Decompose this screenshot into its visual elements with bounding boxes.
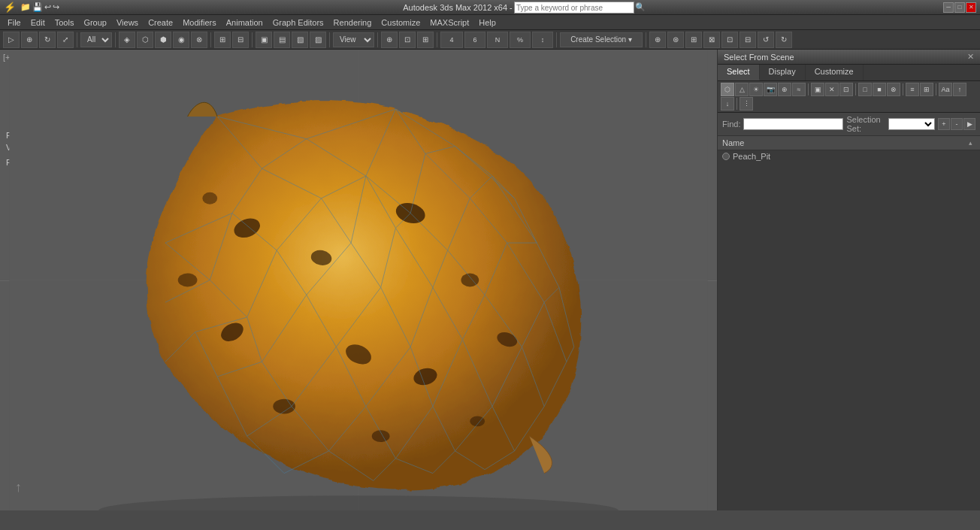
name-column-header: Name — [722, 138, 965, 147]
list-item[interactable]: Peach_Pit — [718, 150, 980, 162]
tab-select[interactable]: Select — [718, 65, 760, 80]
sort-az[interactable]: ↑ — [953, 83, 966, 96]
tb-right1[interactable]: ⊕ — [649, 32, 666, 48]
filter-shapes[interactable]: △ — [735, 83, 749, 96]
undo-icon[interactable]: ↩ — [44, 2, 51, 12]
panel-title: Select From Scene ✕ — [718, 50, 980, 65]
tb-btn4[interactable]: ◉ — [173, 32, 189, 48]
num3[interactable]: N — [487, 32, 508, 48]
filter-helpers[interactable]: ⊕ — [778, 83, 791, 96]
sort-za[interactable]: ↓ — [721, 97, 734, 111]
scale-tool[interactable]: ⤢ — [57, 32, 74, 48]
selection-set-dropdown[interactable] — [888, 118, 935, 130]
tb-btn7[interactable]: ⊟ — [232, 32, 249, 48]
tb-btn1[interactable]: ◈ — [119, 32, 135, 48]
maximize-button[interactable]: □ — [954, 2, 965, 13]
rotate-tool[interactable]: ↻ — [39, 32, 56, 48]
toolbar-main: ▷ ⊕ ↻ ⤢ All ◈ ⬡ ⬢ ◉ ⊗ ⊞ ⊟ ▣ ▤ ▧ ▨ View ⊕… — [0, 30, 980, 50]
filter-lights[interactable]: ☀ — [749, 83, 763, 96]
num2[interactable]: 6 — [464, 32, 485, 48]
hier-view[interactable]: ⊞ — [920, 83, 933, 96]
panel-tabs: Select Display Customize — [718, 65, 980, 81]
create-selection-button[interactable]: Create Selection ▾ — [560, 32, 643, 47]
tb-btn10[interactable]: ▧ — [292, 32, 308, 48]
menu-modifiers[interactable]: Modifiers — [178, 17, 221, 29]
num1[interactable]: 4 — [440, 32, 463, 48]
sep3 — [210, 32, 211, 47]
selset-buttons: + - ▶ — [938, 118, 975, 130]
tb-right6[interactable]: ⊟ — [740, 32, 756, 48]
tb-right3[interactable]: ⊞ — [685, 32, 702, 48]
object-list[interactable]: Peach_Pit — [718, 150, 980, 510]
num4[interactable]: % — [510, 32, 531, 48]
menu-tools[interactable]: Tools — [50, 17, 79, 29]
tb-btn6[interactable]: ⊞ — [214, 32, 231, 48]
view-dropdown[interactable]: View — [333, 32, 374, 47]
find-input[interactable] — [743, 118, 843, 130]
tab-customize[interactable]: Customize — [806, 65, 864, 80]
menu-views[interactable]: Views — [112, 17, 143, 29]
object-icon — [722, 153, 730, 160]
select-tool[interactable]: ▷ — [3, 32, 20, 48]
menu-maxscript[interactable]: MAXScript — [425, 17, 473, 29]
menu-rendering[interactable]: Rendering — [329, 17, 377, 29]
minimize-button[interactable]: ─ — [943, 2, 954, 13]
case-sensitive[interactable]: Aa — [939, 83, 952, 96]
transform-btn2[interactable]: ⊡ — [399, 32, 416, 48]
filter-spacewarps[interactable]: ≈ — [792, 83, 806, 96]
filter-cameras[interactable]: 📷 — [764, 83, 777, 96]
num5[interactable]: ↕ — [532, 32, 553, 48]
redo-icon[interactable]: ↪ — [53, 2, 59, 12]
pt-sep3 — [903, 83, 903, 95]
list-view[interactable]: ≡ — [906, 83, 919, 96]
all-dropdown[interactable]: All — [80, 32, 112, 47]
menu-customize[interactable]: Customize — [377, 17, 425, 29]
tb-right7[interactable]: ↺ — [758, 32, 774, 48]
menu-animation[interactable]: Animation — [222, 17, 268, 29]
tb-btn2[interactable]: ⬡ — [137, 32, 153, 48]
selset-add[interactable]: + — [938, 118, 950, 130]
file-icon[interactable]: 📁 — [20, 2, 31, 12]
tb-btn9[interactable]: ▤ — [274, 32, 290, 48]
filter-bones[interactable]: ⊡ — [839, 83, 853, 96]
tab-display[interactable]: Display — [760, 65, 806, 80]
tb-right2[interactable]: ⊛ — [667, 32, 684, 48]
tb-right8[interactable]: ↻ — [776, 32, 792, 48]
transform-btn3[interactable]: ⊞ — [417, 32, 434, 48]
filter-xrefs[interactable]: ✕ — [825, 83, 839, 96]
selset-remove[interactable]: - — [951, 118, 963, 130]
window-controls: ─ □ ✕ — [943, 2, 976, 13]
search-input[interactable] — [514, 2, 634, 14]
menu-group[interactable]: Group — [79, 17, 111, 29]
tb-right5[interactable]: ⊡ — [721, 32, 738, 48]
display-all[interactable]: ■ — [873, 83, 886, 96]
invert-sel[interactable]: ⊗ — [887, 83, 900, 96]
sep7 — [437, 32, 437, 47]
menu-create[interactable]: Create — [144, 17, 177, 29]
tb-btn11[interactable]: ▨ — [310, 32, 326, 48]
transform-btn1[interactable]: ⊕ — [381, 32, 398, 48]
title-bar: ⚡ 📁 💾 ↩ ↪ Autodesk 3ds Max 2012 x64 - Pe… — [0, 0, 980, 15]
menu-help[interactable]: Help — [474, 17, 501, 29]
sep1 — [77, 32, 77, 47]
panel-close-button[interactable]: ✕ — [967, 52, 974, 62]
menu-graph-editors[interactable]: Graph Editors — [268, 17, 328, 29]
name-sort-button[interactable]: ▴ — [965, 138, 975, 148]
options-btn[interactable]: ⋮ — [740, 97, 753, 111]
filter-geometry[interactable]: ⬡ — [721, 83, 734, 96]
move-tool[interactable]: ⊕ — [21, 32, 38, 48]
close-button[interactable]: ✕ — [966, 2, 976, 13]
tb-right4[interactable]: ⊠ — [703, 32, 720, 48]
tb-btn5[interactable]: ⊗ — [191, 32, 207, 48]
save-icon[interactable]: 💾 — [32, 2, 43, 12]
viewport[interactable]: [+] [ Perspective ] [ Shaded + Edged Fac… — [0, 50, 717, 510]
menu-file[interactable]: File — [3, 17, 26, 29]
filter-groups[interactable]: ▣ — [811, 83, 824, 96]
selset-highlight[interactable]: ▶ — [963, 118, 975, 130]
axis-indicator: ↑ — [15, 480, 22, 495]
tb-btn3[interactable]: ⬢ — [155, 32, 171, 48]
tb-btn8[interactable]: ▣ — [256, 32, 272, 48]
panel-title-text: Select From Scene — [724, 53, 794, 62]
display-none[interactable]: □ — [858, 83, 872, 96]
menu-edit[interactable]: Edit — [26, 17, 50, 29]
